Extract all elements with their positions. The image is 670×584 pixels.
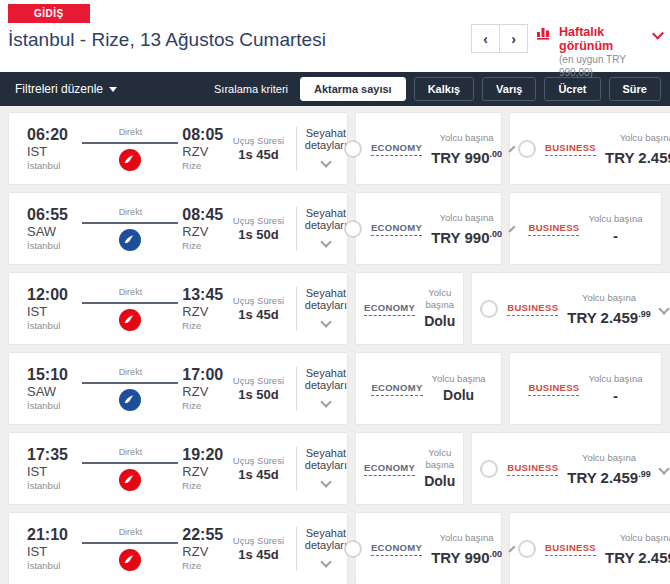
travel-details-toggle[interactable]: Seyahat detayları	[305, 287, 347, 330]
fare-price-main: TRY 990	[431, 229, 489, 246]
travel-details-toggle[interactable]: Seyahat detayları	[305, 447, 347, 490]
per-passenger-label: Yolcu başına	[605, 532, 670, 544]
cabin-label: BUSINESS	[528, 382, 579, 396]
airline-logo-icon	[119, 389, 141, 411]
business-fare-card: BUSINESS Yolcu başına -	[509, 352, 662, 425]
arrival-city: Rize	[182, 160, 225, 172]
sort-button[interactable]: Ücret	[544, 77, 600, 101]
travel-details-toggle[interactable]: Seyahat detayları	[305, 527, 347, 570]
chevron-down-icon[interactable]	[658, 463, 669, 474]
business-fare-card[interactable]: BUSINESS Yolcu başına TRY 2.459.99	[509, 512, 670, 584]
flight-row: 17:35 IST İstanbul Direkt 19:20 RZV Rize…	[8, 432, 662, 505]
departure-airport-code: IST	[27, 464, 78, 480]
route-line	[82, 462, 178, 464]
sort-button[interactable]: Aktarma sayısı	[300, 77, 406, 101]
fare-price-main: TRY 2.459	[567, 469, 638, 486]
flight-info-card: 06:55 SAW İstanbul Direkt 08:45 RZV Rize…	[8, 192, 348, 265]
economy-fare-card: ECONOMY Yolcu başına Dolu	[355, 432, 464, 505]
departure-time: 06:55	[27, 206, 78, 224]
fare-radio[interactable]	[518, 540, 536, 558]
fare-radio[interactable]	[344, 220, 362, 238]
travel-details-label: Seyahat detayları	[305, 127, 347, 151]
travel-details-toggle[interactable]: Seyahat detayları	[305, 207, 347, 250]
flight-row: 06:20 IST İstanbul Direkt 08:05 RZV Rize…	[8, 112, 662, 185]
arrival-time: 13:45	[182, 286, 225, 304]
departure-block: 06:20 IST İstanbul	[27, 126, 78, 172]
duration-block: Uçuş Süresi 1s 45d	[231, 535, 286, 563]
chevron-down-icon	[320, 476, 331, 487]
fare-radio[interactable]	[480, 460, 498, 478]
route-graphic: Direkt	[82, 527, 178, 571]
fare-price-main: Dolu	[424, 473, 455, 489]
per-passenger-label: Yolcu başına	[431, 132, 502, 144]
route-graphic: Direkt	[82, 367, 178, 411]
flight-row: 06:55 SAW İstanbul Direkt 08:45 RZV Rize…	[8, 192, 662, 265]
duration-value: 1s 45d	[231, 547, 286, 563]
arrival-city: Rize	[182, 240, 225, 252]
weekly-view-toggle[interactable]: Haftalık görünüm (en uygun TRY 990,00)	[536, 25, 662, 79]
travel-details-toggle[interactable]: Seyahat detayları	[305, 127, 347, 170]
next-day-button[interactable]: ›	[499, 24, 528, 53]
direct-label: Direkt	[119, 127, 143, 137]
economy-fare-card[interactable]: ECONOMY Yolcu başına TRY 990.00	[355, 192, 502, 265]
direct-label: Direkt	[119, 207, 143, 217]
business-fare-card[interactable]: BUSINESS Yolcu başına TRY 2.459.99	[471, 272, 670, 345]
departure-block: 06:55 SAW İstanbul	[27, 206, 78, 252]
travel-details-toggle[interactable]: Seyahat detayları	[305, 367, 347, 410]
flight-row: 15:10 SAW İstanbul Direkt 17:00 RZV Rize…	[8, 352, 662, 425]
route-graphic: Direkt	[82, 127, 178, 171]
fare-radio[interactable]	[344, 540, 362, 558]
departure-city: İstanbul	[27, 480, 78, 492]
arrival-time: 17:00	[182, 366, 225, 384]
arrival-airport-code: RZV	[182, 384, 225, 400]
chevron-down-icon	[320, 316, 331, 327]
departure-airport-code: IST	[27, 304, 78, 320]
duration-block: Uçuş Süresi 1s 45d	[231, 455, 286, 483]
flight-row: 12:00 IST İstanbul Direkt 13:45 RZV Rize…	[8, 272, 662, 345]
duration-value: 1s 50d	[231, 227, 286, 243]
arrival-city: Rize	[182, 560, 225, 572]
economy-fare-card[interactable]: ECONOMY Yolcu başına TRY 990.00	[355, 112, 502, 185]
fare-price-sup: .00	[490, 229, 503, 239]
vertical-divider	[296, 527, 297, 571]
per-passenger-label: Yolcu başına	[605, 132, 670, 144]
sort-criteria-label: Sıralama kriteri	[214, 83, 288, 95]
flight-info-card: 12:00 IST İstanbul Direkt 13:45 RZV Rize…	[8, 272, 348, 345]
per-passenger-label: Yolcu başına	[432, 373, 486, 385]
flight-row: 21:10 IST İstanbul Direkt 22:55 RZV Rize…	[8, 512, 662, 584]
business-fare-card[interactable]: BUSINESS Yolcu başına TRY 2.459.99	[471, 432, 670, 505]
arrival-city: Rize	[182, 320, 225, 332]
airline-logo-icon	[119, 549, 141, 571]
fare-price-sup: .00	[490, 149, 503, 159]
economy-fare-card: ECONOMY Yolcu başına Dolu	[355, 272, 464, 345]
business-fare-card[interactable]: BUSINESS Yolcu başına TRY 2.459.99	[509, 112, 670, 185]
fare-radio[interactable]	[480, 300, 498, 318]
route-line	[82, 302, 178, 304]
per-passenger-label: Yolcu başına	[431, 532, 502, 544]
airline-logo-icon	[119, 149, 141, 171]
departure-city: İstanbul	[27, 240, 78, 252]
vertical-divider	[296, 447, 297, 491]
fare-price-main: Dolu	[443, 387, 474, 403]
sort-button[interactable]: Varış	[482, 77, 536, 101]
previous-day-button[interactable]: ‹	[471, 24, 500, 53]
duration-value: 1s 45d	[231, 307, 286, 323]
chevron-down-icon[interactable]	[658, 303, 669, 314]
flight-info-card: 06:20 IST İstanbul Direkt 08:05 RZV Rize…	[8, 112, 348, 185]
per-passenger-label: Yolcu başına	[567, 452, 650, 464]
arrival-block: 17:00 RZV Rize	[182, 366, 225, 412]
duration-label: Uçuş Süresi	[231, 215, 286, 227]
travel-details-label: Seyahat detayları	[305, 527, 347, 551]
economy-fare-card[interactable]: ECONOMY Yolcu başına TRY 990.00	[355, 512, 502, 584]
duration-label: Uçuş Süresi	[231, 295, 286, 307]
sort-button[interactable]: Süre	[609, 77, 661, 101]
travel-details-label: Seyahat detayları	[305, 287, 347, 311]
fare-radio[interactable]	[344, 140, 362, 158]
vertical-divider	[296, 207, 297, 251]
edit-filters-label: Filtreleri düzenle	[15, 82, 103, 96]
edit-filters-button[interactable]: Filtreleri düzenle	[15, 82, 117, 96]
sort-button[interactable]: Kalkış	[414, 77, 474, 101]
fare-radio[interactable]	[518, 140, 536, 158]
travel-details-label: Seyahat detayları	[305, 367, 347, 391]
fare-price-main: TRY 990	[431, 549, 489, 566]
